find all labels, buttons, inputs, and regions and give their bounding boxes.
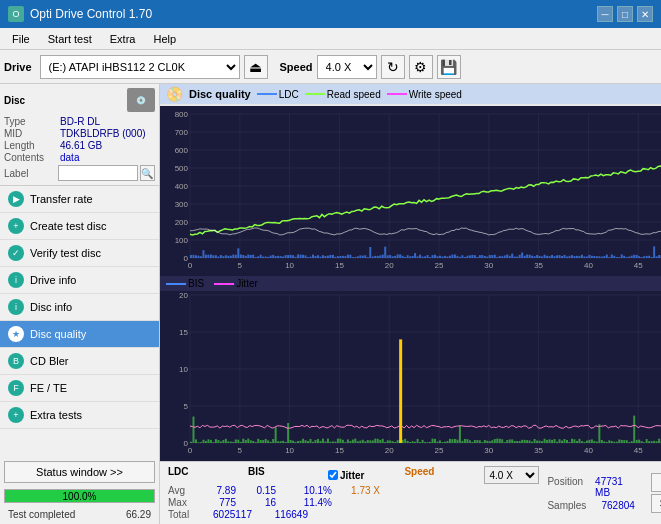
toolbar: Drive (E:) ATAPI iHBS112 2 CL0K ⏏ Speed … <box>0 50 661 84</box>
minimize-button[interactable]: ─ <box>597 6 613 22</box>
position-label: Position <box>547 476 591 498</box>
stats-total-row: Total 6025117 116649 <box>168 509 539 520</box>
disc-info-label: Disc info <box>30 301 72 313</box>
jitter-header: Jitter <box>340 470 364 481</box>
disc-info-icon: i <box>8 299 24 315</box>
sidebar-item-fe-te[interactable]: F FE / TE <box>0 375 159 402</box>
drive-info-icon: i <box>8 272 24 288</box>
stats-headers: LDC BIS Jitter Speed 4.0 X <box>168 466 539 484</box>
drive-label: Drive <box>4 61 32 73</box>
disc-contents-row: Contents data <box>4 152 155 163</box>
bis-total: 116649 <box>260 509 308 520</box>
app-title: Opti Drive Control 1.70 <box>30 7 152 21</box>
titlebar-left: O Opti Drive Control 1.70 <box>8 6 152 22</box>
sidebar-item-extra-tests[interactable]: + Extra tests <box>0 402 159 429</box>
close-button[interactable]: ✕ <box>637 6 653 22</box>
start-full-button[interactable]: Start full <box>651 473 661 492</box>
sidebar-item-disc-info[interactable]: i Disc info <box>0 294 159 321</box>
jitter-avg: 10.1% <box>284 485 332 496</box>
disc-label-btn[interactable]: 🔍 <box>140 165 155 181</box>
create-test-disc-icon: + <box>8 218 24 234</box>
legend-write-speed-label: Write speed <box>409 89 462 100</box>
disc-mid-value: TDKBLDRFB (000) <box>60 128 146 139</box>
menu-file[interactable]: File <box>4 31 38 47</box>
eject-button[interactable]: ⏏ <box>244 55 268 79</box>
status-window-button[interactable]: Status window >> <box>4 461 155 483</box>
right-stats: Position 47731 MB Samples 762804 <box>547 476 634 511</box>
max-label: Max <box>168 497 196 508</box>
legend-ldc-label: LDC <box>279 89 299 100</box>
samples-label: Samples <box>547 500 597 511</box>
verify-test-disc-label: Verify test disc <box>30 247 101 259</box>
refresh-button[interactable]: ↻ <box>381 55 405 79</box>
maximize-button[interactable]: □ <box>617 6 633 22</box>
legend-bis-color <box>166 283 186 285</box>
legend-bis-label: BIS <box>188 278 204 289</box>
disc-mid-label: MID <box>4 128 60 139</box>
status-text: Test completed <box>4 507 79 522</box>
sidebar-item-cd-bler[interactable]: B CD Bler <box>0 348 159 375</box>
disc-label-row: Label 🔍 <box>4 165 155 181</box>
samples-row: Samples 762804 <box>547 500 634 511</box>
legend-jitter: Jitter <box>214 278 258 289</box>
menu-help[interactable]: Help <box>145 31 184 47</box>
ldc-total: 6025117 <box>204 509 252 520</box>
top-chart-container <box>160 106 661 276</box>
legend-jitter-label: Jitter <box>236 278 258 289</box>
create-test-disc-label: Create test disc <box>30 220 106 232</box>
fe-te-label: FE / TE <box>30 382 67 394</box>
position-val: 47731 MB <box>595 476 635 498</box>
legend-write-speed-color <box>387 93 407 95</box>
status-extra-value: 66.29 <box>122 507 155 522</box>
speed-header: Speed <box>404 466 444 484</box>
disc-type-row: Type BD-R DL <box>4 116 155 127</box>
status-footer: Test completed 66.29 <box>0 505 159 524</box>
start-part-button[interactable]: Start part <box>651 494 661 513</box>
bis-jitter-legend: BIS Jitter <box>160 276 661 291</box>
legend-ldc-color <box>257 93 277 95</box>
sidebar-item-drive-info[interactable]: i Drive info <box>0 267 159 294</box>
transfer-rate-label: Transfer rate <box>30 193 93 205</box>
bis-header: BIS <box>248 466 288 484</box>
speed-label: Speed <box>280 61 313 73</box>
settings-button[interactable]: ⚙ <box>409 55 433 79</box>
action-buttons: Start full Start part <box>651 473 661 513</box>
extra-tests-icon: + <box>8 407 24 423</box>
disc-length-value: 46.61 GB <box>60 140 102 151</box>
avg-label: Avg <box>168 485 196 496</box>
titlebar-controls[interactable]: ─ □ ✕ <box>597 6 653 22</box>
disc-quality-header: 📀 Disc quality LDC Read speed Write spee… <box>160 84 661 104</box>
jitter-checkbox[interactable] <box>328 470 338 480</box>
disc-mid-row: MID TDKBLDRFB (000) <box>4 128 155 139</box>
speed-avg: 1.73 X <box>340 485 380 496</box>
disc-label-input[interactable] <box>58 165 138 181</box>
sidebar-item-verify-test-disc[interactable]: ✓ Verify test disc <box>0 240 159 267</box>
drive-select[interactable]: (E:) ATAPI iHBS112 2 CL0K <box>40 55 240 79</box>
bis-max: 16 <box>244 497 276 508</box>
speed-select-stats[interactable]: 4.0 X <box>484 466 539 484</box>
legend-read-speed-color <box>305 93 325 95</box>
disc-header: Disc 💿 <box>4 88 155 112</box>
ldc-avg: 7.89 <box>204 485 236 496</box>
speed-select[interactable]: 4.0 X <box>317 55 377 79</box>
save-button[interactable]: 💾 <box>437 55 461 79</box>
sidebar-item-transfer-rate[interactable]: ▶ Transfer rate <box>0 186 159 213</box>
top-chart <box>160 106 661 276</box>
menu-start-test[interactable]: Start test <box>40 31 100 47</box>
disc-panel: Disc 💿 Type BD-R DL MID TDKBLDRFB (000) … <box>0 84 159 186</box>
content-area: 📀 Disc quality LDC Read speed Write spee… <box>160 84 661 524</box>
cd-bler-label: CD Bler <box>30 355 69 367</box>
disc-quality-icon: ★ <box>8 326 24 342</box>
titlebar: O Opti Drive Control 1.70 ─ □ ✕ <box>0 0 661 28</box>
disc-length-row: Length 46.61 GB <box>4 140 155 151</box>
disc-quality-header-icon: 📀 <box>166 86 183 102</box>
stats-panel: LDC BIS Jitter Speed 4.0 X Avg 7.89 0.15 <box>160 461 661 524</box>
sidebar-item-disc-quality[interactable]: ★ Disc quality <box>0 321 159 348</box>
ldc-max: 775 <box>204 497 236 508</box>
menubar: File Start test Extra Help <box>0 28 661 50</box>
stats-max-row: Max 775 16 11.4% <box>168 497 539 508</box>
progress-bar-container: 100.0% <box>4 489 155 503</box>
sidebar-item-create-test-disc[interactable]: + Create test disc <box>0 213 159 240</box>
menu-extra[interactable]: Extra <box>102 31 144 47</box>
app-icon: O <box>8 6 24 22</box>
